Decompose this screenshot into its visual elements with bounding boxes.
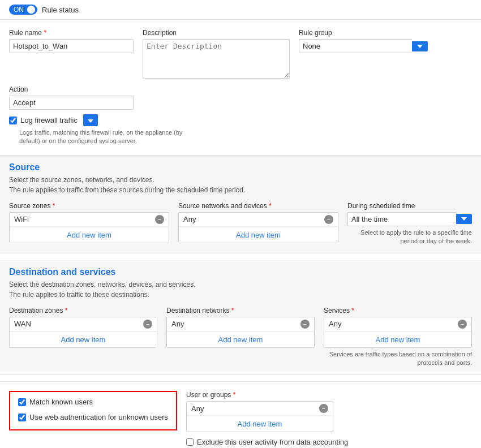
source-section-header: Source Select the source zones, networks… xyxy=(0,156,481,253)
source-networks-item-any: Any − xyxy=(179,213,338,227)
exclude-row: Exclude this user activity from data acc… xyxy=(186,438,472,446)
description-group: Description xyxy=(143,29,290,79)
top-bar: ON Rule status xyxy=(0,0,481,20)
user-groups-item-text: Any xyxy=(191,404,204,413)
dest-networks-remove-btn[interactable]: − xyxy=(300,320,310,329)
source-zones-item-text: WiFi xyxy=(14,215,29,223)
source-desc: Select the source zones, networks, and d… xyxy=(9,175,472,195)
user-groups-item-any: Any − xyxy=(187,402,333,416)
rule-name-required: * xyxy=(44,29,46,37)
source-zones-box: WiFi − Add new item xyxy=(9,212,169,243)
log-traffic-checkbox[interactable] xyxy=(9,117,17,124)
destination-title: Destination and services xyxy=(9,267,472,277)
dest-zones-item-wan: WAN − xyxy=(10,317,157,331)
destination-columns: Destination zones * WAN − Add new item D… xyxy=(9,307,472,368)
source-columns: Source zones * WiFi − Add new item Sourc… xyxy=(9,202,472,246)
match-known-label: Match known users xyxy=(29,398,93,406)
user-auth-box: Match known users Use web authentication… xyxy=(9,391,177,430)
source-networks-add-btn[interactable]: Add new item xyxy=(179,227,338,243)
dest-networks-item-any: Any − xyxy=(167,317,314,331)
source-zones-col: Source zones * WiFi − Add new item xyxy=(9,202,169,246)
toggle-knob xyxy=(27,6,35,14)
source-networks-remove-btn[interactable]: − xyxy=(324,215,333,224)
rule-status-label: Rule status xyxy=(42,6,79,14)
action-label: Action xyxy=(9,85,134,93)
user-groups-col: User or groups * Any − Add new item Excl… xyxy=(186,391,472,446)
during-time-dropdown-btn[interactable] xyxy=(456,214,472,224)
source-networks-label: Source networks and devices * xyxy=(178,202,338,210)
description-textarea[interactable] xyxy=(143,39,290,79)
user-row: Match known users Use web authentication… xyxy=(9,391,472,446)
source-networks-item-text: Any xyxy=(183,215,196,223)
services-add-btn[interactable]: Add new item xyxy=(324,331,471,347)
dest-networks-col: Destination networks * Any − Add new ite… xyxy=(166,307,315,368)
services-item-text: Any xyxy=(329,320,341,328)
description-label: Description xyxy=(143,29,290,37)
web-auth-label: Use web authentication for unknown users xyxy=(29,413,168,421)
rule-name-group: Rule name * xyxy=(9,29,134,79)
user-groups-label: User or groups * xyxy=(186,391,472,399)
dest-zones-item-text: WAN xyxy=(14,320,31,328)
exclude-label: Exclude this user activity from data acc… xyxy=(197,438,348,446)
dropdown-arrow-icon xyxy=(417,45,423,48)
rule-name-input[interactable] xyxy=(9,39,134,53)
source-zones-remove-btn[interactable]: − xyxy=(155,215,164,224)
services-box: Any − Add new item xyxy=(324,317,472,348)
during-help-text: Select to apply the rule to a specific t… xyxy=(347,229,472,246)
rule-status-toggle[interactable]: ON xyxy=(9,5,37,15)
dest-zones-col: Destination zones * WAN − Add new item xyxy=(9,307,157,368)
during-time-col: During scheduled time Select to apply th… xyxy=(347,202,472,246)
source-networks-col: Source networks and devices * Any − Add … xyxy=(178,202,338,246)
services-note: Services are traffic types based on a co… xyxy=(324,350,472,368)
dest-zones-remove-btn[interactable]: − xyxy=(143,320,152,329)
user-groups-box: Any − Add new item xyxy=(186,401,333,432)
services-label: Services * xyxy=(324,307,472,315)
rule-group-group: Rule group xyxy=(299,29,428,79)
log-dropdown-btn[interactable] xyxy=(83,114,98,126)
dest-networks-item-text: Any xyxy=(171,320,184,328)
toggle-on-label: ON xyxy=(11,6,26,14)
dest-zones-box: WAN − Add new item xyxy=(9,317,157,348)
match-known-row: Match known users xyxy=(18,398,168,406)
action-input[interactable] xyxy=(9,96,134,110)
rule-group-wrapper xyxy=(299,39,428,53)
dest-zones-add-btn[interactable]: Add new item xyxy=(10,331,157,347)
users-section: Match known users Use web authentication… xyxy=(0,381,481,448)
rule-group-dropdown-btn[interactable] xyxy=(412,41,428,51)
log-dropdown-arrow-icon xyxy=(88,119,93,123)
dest-networks-label: Destination networks * xyxy=(166,307,315,315)
log-traffic-label: Log firewall traffic xyxy=(20,116,78,124)
user-groups-add-btn[interactable]: Add new item xyxy=(187,416,333,432)
source-zones-label: Source zones * xyxy=(9,202,169,210)
match-known-checkbox[interactable] xyxy=(18,398,26,406)
during-time-input[interactable] xyxy=(347,212,456,226)
during-time-label: During scheduled time xyxy=(347,202,472,210)
source-zones-add-btn[interactable]: Add new item xyxy=(10,227,169,243)
services-remove-btn[interactable]: − xyxy=(458,320,467,329)
services-item-any: Any − xyxy=(324,317,471,331)
log-traffic-row: Log firewall traffic xyxy=(9,114,472,126)
source-networks-box: Any − Add new item xyxy=(178,212,338,243)
web-auth-row: Use web authentication for unknown users xyxy=(18,413,168,421)
dest-networks-add-btn[interactable]: Add new item xyxy=(167,331,314,347)
rule-group-label: Rule group xyxy=(299,29,428,37)
destination-section: Destination and services Select the dest… xyxy=(0,260,481,375)
dest-zones-label: Destination zones * xyxy=(9,307,157,315)
rule-group-input[interactable] xyxy=(299,39,412,53)
destination-desc: Select the destination zones, networks, … xyxy=(9,279,472,300)
source-title: Source xyxy=(9,162,472,173)
rule-name-label: Rule name * xyxy=(9,29,134,37)
user-groups-remove-btn[interactable]: − xyxy=(319,404,328,413)
source-zones-item-wifi: WiFi − xyxy=(10,213,169,227)
log-help-text: Logs traffic, matching this firewall rul… xyxy=(19,128,189,146)
during-time-row xyxy=(347,212,472,226)
web-auth-checkbox[interactable] xyxy=(18,413,26,421)
exclude-checkbox[interactable] xyxy=(186,438,194,446)
services-col: Services * Any − Add new item Services a… xyxy=(324,307,472,368)
dest-networks-box: Any − Add new item xyxy=(166,317,315,348)
rule-basics-section: Rule name * Description Rule group Actio… xyxy=(0,20,481,156)
during-dropdown-arrow-icon xyxy=(461,217,467,221)
action-group: Action xyxy=(9,85,134,110)
